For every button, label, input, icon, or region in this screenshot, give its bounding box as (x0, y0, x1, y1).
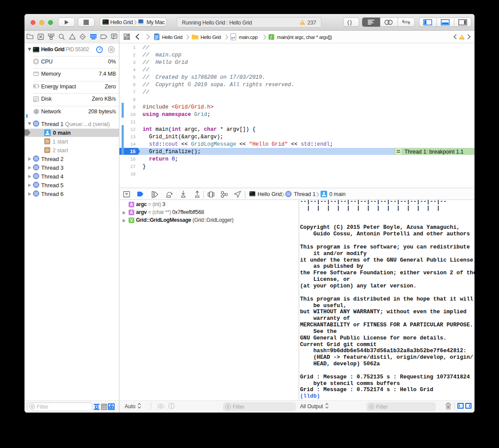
svg-text:c: c (231, 36, 234, 40)
